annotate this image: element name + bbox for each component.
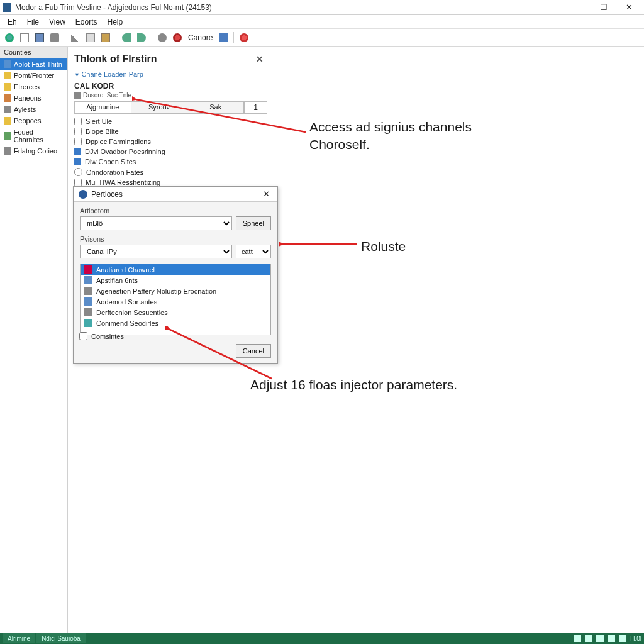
tab-syronv[interactable]: Syronv — [131, 102, 188, 113]
tray-icon[interactable] — [619, 635, 626, 642]
sidebar-item-3[interactable]: Paneons — [0, 92, 67, 104]
tray-icon[interactable] — [585, 635, 592, 642]
tb-undo-button[interactable] — [119, 31, 133, 45]
pvisons-filter-select[interactable]: catt — [236, 245, 271, 258]
tb-copy-button[interactable] — [84, 31, 97, 45]
cal-subtitle-row: Dusorot Suc Tnle — [74, 91, 267, 100]
dialog-list-item-4[interactable]: Derftecnion Sesuenties — [80, 307, 270, 318]
tab-ajgmunine[interactable]: Ajgmunine — [75, 102, 131, 113]
check-label: DJvl Ovadbor Poesrinning — [85, 148, 165, 155]
check-box[interactable] — [74, 128, 82, 135]
sidebar-item-icon — [4, 72, 11, 79]
window-title: Modor a Fub Trim Vesline - Adjgiedoncs F… — [15, 3, 566, 12]
artiootom-select[interactable]: mBlô — [80, 216, 232, 230]
tb-print-button[interactable] — [48, 31, 62, 45]
tray-icon[interactable] — [596, 635, 604, 642]
print-icon — [50, 33, 59, 42]
annotation-2: Roluste — [361, 238, 406, 255]
check-label: Biope Blite — [86, 128, 119, 135]
check-item-1: Biope Blite — [74, 126, 267, 136]
tb-gear-button[interactable] — [155, 31, 169, 45]
tb-canore-label[interactable]: Canore — [186, 33, 215, 42]
check-item-0: Siert Ule — [74, 116, 267, 126]
dialog-list-item-2[interactable]: Agenestion Paffery Nolustip Erocnation — [80, 286, 270, 296]
tb-record-button[interactable] — [237, 31, 251, 45]
toolbar-separator — [65, 32, 65, 43]
tab-sak[interactable]: Sak — [187, 102, 244, 113]
sidebar-item-7[interactable]: Frlatng Cotieo — [0, 145, 67, 157]
check-box[interactable] — [74, 179, 82, 186]
dialog-icon — [79, 190, 87, 199]
dialog-list-item-0[interactable]: Anatiared Chawnel — [80, 264, 270, 275]
sidebar-item-icon — [4, 147, 11, 155]
check-box[interactable] — [74, 138, 82, 145]
list-item-icon — [84, 265, 92, 274]
tray-icon[interactable] — [574, 635, 581, 642]
check-box[interactable] — [74, 118, 82, 125]
tb-canore-button[interactable] — [170, 31, 184, 45]
tb-globe-button[interactable] — [3, 31, 16, 45]
toolbar-separator — [233, 32, 234, 43]
panel-collapse-toggle[interactable]: Cnané Loaden Parp — [74, 68, 267, 80]
cancel-button[interactable]: Cancel — [236, 344, 271, 358]
comsintes-checkbox[interactable] — [79, 332, 87, 340]
list-item-label: Anatiared Chawnel — [96, 266, 155, 274]
panel-close-button[interactable]: ✕ — [252, 53, 267, 65]
sidebar-header: Countles — [0, 47, 67, 58]
dialog-close-button[interactable]: ✕ — [260, 189, 272, 199]
minimize-button[interactable]: — — [566, 1, 591, 14]
dialog-label-artiootom: Artiootom — [80, 207, 271, 214]
menu-help[interactable]: Help — [103, 16, 128, 28]
sidebar-item-label: Ablot Fast Thitn — [14, 60, 62, 68]
dialog-label-pvisons: Pvisons — [80, 235, 271, 243]
tb-paste-button[interactable] — [99, 31, 113, 45]
comsintes-label: Comsintes — [91, 333, 124, 340]
list-item-icon — [84, 308, 92, 316]
pvisons-select[interactable]: Canal IPy — [80, 245, 232, 258]
list-item-icon — [84, 287, 92, 295]
dialog-list-item-1[interactable]: Apstifian 6nts — [80, 275, 270, 286]
sidebar-item-2[interactable]: Etrerces — [0, 81, 67, 92]
sidebar-item-label: Aylests — [14, 106, 36, 113]
sidebar-item-4[interactable]: Aylests — [0, 104, 67, 115]
check-radio[interactable] — [74, 168, 82, 176]
spneel-button[interactable]: Spneel — [236, 216, 271, 230]
toolbar-separator — [116, 32, 116, 43]
dialog-list-item-3[interactable]: Aodemod Sor antes — [80, 296, 270, 307]
menu-file[interactable]: File — [22, 16, 44, 28]
menu-eoorts[interactable]: Eoorts — [70, 16, 103, 28]
tray-icon[interactable] — [608, 635, 615, 642]
tb-grid-button[interactable] — [216, 31, 230, 45]
panel-tabs: Ajgmunine Syronv Sak 1 — [74, 101, 267, 114]
taskbar: Alrimine Ndici Sauioba l l.0l — [0, 633, 644, 644]
sidebar-item-label: Etrerces — [14, 83, 40, 91]
cal-sub-icon — [74, 92, 80, 99]
check-item-4: Diw Choen Sites — [74, 157, 267, 167]
taskbar-item-2[interactable]: Ndici Sauioba — [36, 633, 86, 643]
paste-icon — [101, 33, 110, 42]
post-checkbox-row: Comsintes — [79, 332, 124, 340]
check-label: Mul TIWA Resshentizing — [86, 179, 160, 186]
menu-bar: Eh File View Eoorts Help — [0, 15, 644, 29]
taskbar-item-1[interactable]: Alrimine — [3, 633, 35, 643]
maximize-button[interactable]: ☐ — [591, 1, 616, 14]
menu-view[interactable]: View — [44, 16, 70, 28]
list-item-label: Derftecnion Sesuenties — [96, 309, 168, 316]
sidebar-item-1[interactable]: Pomt/Frohter — [0, 70, 67, 81]
sidebar-item-5[interactable]: Peopoes — [0, 115, 67, 126]
sidebar-item-6[interactable]: Foued Charnites — [0, 126, 67, 145]
list-item-icon — [84, 297, 92, 306]
tb-redo-button[interactable] — [135, 31, 148, 45]
dialog-list-item-5[interactable]: Conimend Seodirles — [80, 318, 270, 328]
sidebar-item-label: Peopoes — [14, 117, 41, 125]
dialog-titlebar[interactable]: Pertioces ✕ — [74, 187, 277, 202]
dialog-list[interactable]: Anatiared ChawnelApstifian 6ntsAgenestio… — [80, 264, 271, 335]
tb-new-button[interactable] — [18, 31, 31, 45]
close-button[interactable]: ✕ — [616, 1, 641, 14]
menu-eh[interactable]: Eh — [3, 16, 22, 28]
check-item-icon — [74, 148, 81, 155]
tb-save-button[interactable] — [33, 31, 47, 45]
sidebar-item-label: Paneons — [14, 94, 41, 102]
tb-cut-button[interactable] — [69, 31, 82, 45]
sidebar-item-0[interactable]: Ablot Fast Thitn — [0, 58, 67, 70]
